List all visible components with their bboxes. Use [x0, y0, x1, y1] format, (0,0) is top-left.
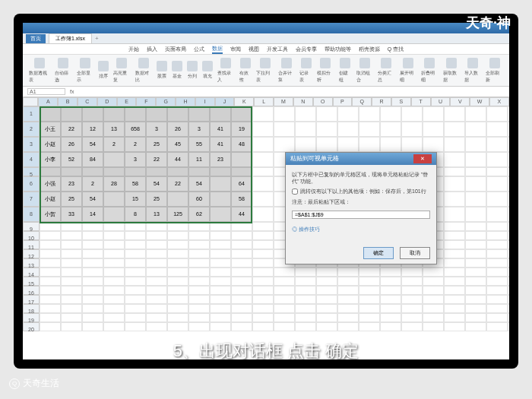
col-header[interactable]: K [234, 97, 254, 106]
cell[interactable] [252, 249, 274, 258]
cell[interactable] [465, 207, 486, 222]
cell[interactable] [252, 152, 274, 167]
cell[interactable]: 3 [188, 122, 210, 137]
cell[interactable] [295, 295, 316, 304]
cell[interactable] [274, 268, 295, 277]
cell[interactable] [167, 313, 188, 322]
col-header[interactable]: L [254, 97, 274, 106]
cell[interactable] [40, 304, 61, 313]
cell[interactable]: 小贺 [40, 207, 61, 222]
cell[interactable]: 小赵 [40, 192, 61, 207]
cell[interactable] [508, 167, 509, 176]
cell[interactable] [188, 167, 210, 176]
dialog-titlebar[interactable]: 粘贴到可视单元格 ✕ [286, 153, 436, 165]
ribbon-group[interactable]: 高亮重复 [113, 58, 130, 84]
cell[interactable] [444, 207, 465, 222]
cell[interactable] [401, 313, 423, 322]
cell[interactable] [401, 286, 423, 295]
cell[interactable] [61, 322, 82, 331]
range-input[interactable] [292, 211, 430, 219]
row-header[interactable]: 11 [23, 240, 40, 249]
row-header[interactable]: 3 [23, 137, 40, 152]
cell[interactable] [125, 268, 146, 277]
cell[interactable] [40, 167, 61, 176]
cell[interactable] [274, 137, 295, 152]
cell[interactable] [465, 240, 486, 249]
col-header[interactable]: P [333, 97, 353, 106]
col-header[interactable]: X [489, 97, 509, 106]
cell[interactable] [465, 122, 486, 137]
cell[interactable] [231, 295, 252, 304]
cell[interactable] [188, 286, 210, 295]
cell[interactable]: 3 [146, 122, 167, 137]
ribbon-group[interactable]: 排序 [98, 61, 109, 80]
cell[interactable] [316, 268, 337, 277]
cell[interactable] [167, 167, 188, 176]
cell[interactable] [61, 268, 82, 277]
cell[interactable]: 58 [231, 192, 252, 207]
cell[interactable]: 64 [231, 176, 252, 192]
cell[interactable] [40, 231, 61, 240]
row-header[interactable]: 17 [23, 295, 40, 304]
cell[interactable]: 23 [210, 152, 231, 167]
cell[interactable] [40, 295, 61, 304]
cell[interactable] [82, 258, 103, 268]
cell[interactable] [380, 304, 401, 313]
cell[interactable] [444, 277, 465, 286]
cell[interactable] [401, 304, 423, 313]
cell[interactable] [210, 207, 231, 222]
cell[interactable] [125, 304, 146, 313]
cell[interactable] [444, 322, 465, 331]
cell[interactable] [444, 313, 465, 322]
cell[interactable] [252, 222, 274, 231]
cell[interactable] [486, 277, 508, 286]
cell[interactable] [231, 313, 252, 322]
cell[interactable] [125, 258, 146, 268]
cell[interactable] [423, 137, 444, 152]
cell[interactable] [188, 249, 210, 258]
cell[interactable] [103, 249, 125, 258]
cell[interactable] [252, 137, 274, 152]
cell[interactable] [252, 304, 274, 313]
cell[interactable] [125, 222, 146, 231]
cell[interactable]: 55 [188, 137, 210, 152]
ribbon-group[interactable]: 分类汇总 [378, 58, 394, 84]
cell[interactable] [486, 258, 508, 268]
cell[interactable]: 13 [103, 122, 125, 137]
col-header[interactable]: O [313, 97, 333, 106]
cell[interactable] [82, 268, 103, 277]
cell[interactable]: 33 [61, 207, 82, 222]
ribbon-tab[interactable]: 开始 [128, 46, 139, 53]
cell[interactable] [231, 152, 252, 167]
cell[interactable] [508, 304, 509, 313]
cell[interactable]: 44 [231, 207, 252, 222]
cell[interactable] [380, 277, 401, 286]
cell[interactable] [337, 106, 359, 122]
cell[interactable]: 54 [82, 137, 103, 152]
col-header[interactable]: N [293, 97, 313, 106]
cell[interactable] [274, 304, 295, 313]
cell[interactable] [210, 249, 231, 258]
cell[interactable] [380, 268, 401, 277]
cell[interactable]: 25 [146, 192, 167, 207]
cell[interactable] [337, 268, 359, 277]
cell[interactable] [210, 268, 231, 277]
formula-fx-icon[interactable]: fx [70, 89, 74, 94]
cell[interactable] [231, 286, 252, 295]
ribbon-group[interactable]: 填充 [202, 61, 213, 80]
cell[interactable]: 12 [82, 122, 103, 137]
cell[interactable]: 小李 [40, 152, 61, 167]
cell[interactable] [465, 192, 486, 207]
row-header[interactable]: 10 [23, 231, 40, 240]
cell[interactable] [40, 313, 61, 322]
ribbon-group[interactable]: 数据透视表 [29, 58, 50, 84]
ribbon-group[interactable]: 全部显示 [77, 58, 93, 84]
cell[interactable] [210, 176, 231, 192]
cell[interactable] [465, 249, 486, 258]
ribbon-tab[interactable]: 插入 [147, 46, 157, 53]
cell[interactable] [423, 295, 444, 304]
cell[interactable] [295, 122, 316, 137]
cell[interactable] [40, 286, 61, 295]
cell[interactable] [508, 122, 509, 137]
cell[interactable]: 48 [231, 137, 252, 152]
